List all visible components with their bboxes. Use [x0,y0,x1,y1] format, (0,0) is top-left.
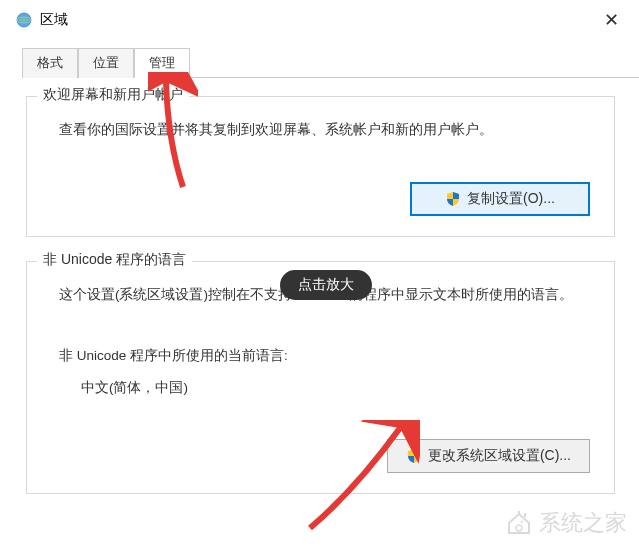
tab-location[interactable]: 位置 [78,48,134,78]
copy-settings-button[interactable]: 复制设置(O)... [410,182,590,216]
group-non-unicode-button-row: 更改系统区域设置(C)... [45,439,598,473]
current-language-value: 中文(简体，中国) [45,379,598,397]
annotation-tooltip: 点击放大 [280,270,372,300]
group-welcome-legend: 欢迎屏幕和新用户帐户 [37,86,189,104]
copy-settings-label: 复制设置(O)... [467,190,555,208]
current-language-label: 非 Unicode 程序中所使用的当前语言: [45,347,598,365]
close-button[interactable]: ✕ [596,9,627,31]
watermark: 系统之家 [505,508,627,538]
watermark-text: 系统之家 [539,508,627,538]
change-system-locale-label: 更改系统区域设置(C)... [428,447,571,465]
titlebar-left: 区域 [16,11,68,29]
titlebar: 区域 ✕ [0,0,639,36]
change-system-locale-button[interactable]: 更改系统区域设置(C)... [387,439,590,473]
group-welcome-button-row: 复制设置(O)... [45,182,598,216]
group-welcome-desc: 查看你的国际设置并将其复制到欢迎屏幕、系统帐户和新的用户帐户。 [45,119,598,142]
tab-admin[interactable]: 管理 [134,48,190,78]
region-window-icon [16,12,32,28]
tabs: 格式 位置 管理 [22,48,639,78]
tab-format[interactable]: 格式 [22,48,78,78]
group-non-unicode-legend: 非 Unicode 程序的语言 [37,251,192,269]
group-welcome-accounts: 欢迎屏幕和新用户帐户 查看你的国际设置并将其复制到欢迎屏幕、系统帐户和新的用户帐… [26,96,615,237]
uac-shield-icon [445,191,461,207]
uac-shield-icon [406,448,422,464]
watermark-house-icon [505,511,533,535]
tab-content-admin: 欢迎屏幕和新用户帐户 查看你的国际设置并将其复制到欢迎屏幕、系统帐户和新的用户帐… [0,78,639,528]
window-title: 区域 [40,11,68,29]
